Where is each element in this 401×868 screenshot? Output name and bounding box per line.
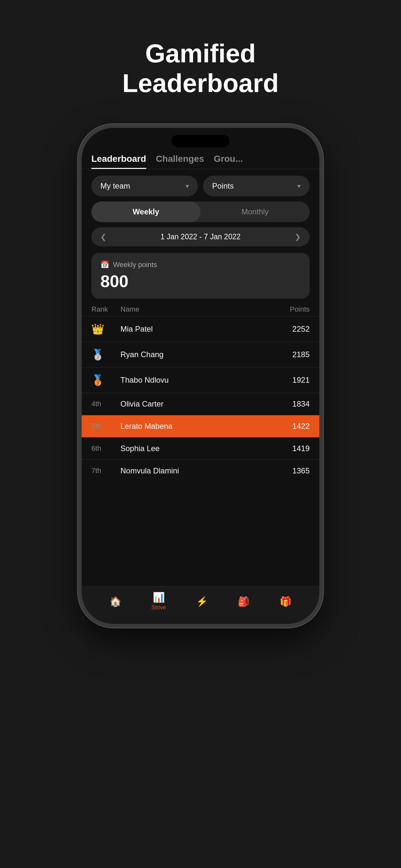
player-4-name: Olivia Carter — [120, 399, 281, 408]
activity-icon: ⚡ — [196, 596, 208, 607]
screen-content: Leaderboard Challenges Grou... My team ▾… — [82, 128, 319, 624]
prev-date-button[interactable]: ❮ — [100, 233, 106, 241]
rank-3-icon: 🥉 — [91, 374, 120, 386]
player-7-name: Nomvula Dlamini — [120, 466, 281, 475]
filter-row: My team ▾ Points ▾ — [82, 176, 319, 196]
tab-challenges[interactable]: Challenges — [156, 154, 204, 169]
rank-1-icon: 👑 — [91, 323, 120, 335]
weekly-points-card: 📅 Weekly points 800 — [91, 253, 310, 299]
rank-7-num: 7th — [91, 467, 120, 475]
points-card-header: 📅 Weekly points — [100, 260, 301, 269]
table-row: 4th Olivia Carter 1834 — [82, 393, 319, 415]
player-6-name: Sophia Lee — [120, 444, 281, 453]
team-filter-dropdown[interactable]: My team ▾ — [91, 176, 198, 196]
bag-icon: 🎒 — [238, 596, 250, 607]
table-row: 6th Sophia Lee 1419 — [82, 437, 319, 460]
strive-label: Strive — [151, 604, 166, 611]
player-4-points: 1834 — [281, 399, 310, 408]
next-date-button[interactable]: ❯ — [295, 233, 301, 241]
rank-4-num: 4th — [91, 400, 120, 408]
gift-icon: 🎁 — [280, 596, 291, 607]
table-row: 🥉 Thabo Ndlovu 1921 — [82, 367, 319, 393]
team-filter-arrow: ▾ — [186, 182, 189, 190]
rank-6-num: 6th — [91, 444, 120, 453]
table-row: 🥈 Ryan Chang 2185 — [82, 342, 319, 367]
nav-tabs: Leaderboard Challenges Grou... — [82, 154, 319, 169]
points-column-header: Points — [281, 305, 310, 314]
weekly-points-value: 800 — [100, 272, 301, 291]
player-1-points: 2252 — [281, 324, 310, 334]
weekly-points-label: Weekly points — [113, 260, 157, 269]
leaderboard-table: 👑 Mia Patel 2252 🥈 Ryan Chang 2185 🥉 Tha… — [82, 316, 319, 586]
player-3-name: Thabo Ndlovu — [120, 376, 281, 384]
rank-5-num: 5th — [91, 422, 120, 430]
weekly-toggle[interactable]: Weekly — [91, 202, 201, 222]
name-column-header: Name — [120, 305, 281, 314]
player-1-name: Mia Patel — [120, 324, 281, 334]
rank-2-icon: 🥈 — [91, 348, 120, 361]
player-3-points: 1921 — [281, 376, 310, 384]
bottom-navigation: 🏠 📊 Strive ⚡ 🎒 🎁 — [82, 586, 319, 624]
phone-mockup: Leaderboard Challenges Grou... My team ▾… — [78, 124, 323, 628]
metric-filter-label: Points — [212, 182, 234, 190]
date-range-text: 1 Jan 2022 - 7 Jan 2022 — [160, 232, 241, 241]
date-range-selector: ❮ 1 Jan 2022 - 7 Jan 2022 ❯ — [91, 227, 310, 246]
period-toggle: Weekly Monthly — [91, 202, 310, 222]
home-icon: 🏠 — [110, 596, 121, 607]
metric-filter-arrow: ▾ — [297, 182, 301, 190]
nav-home[interactable]: 🏠 — [110, 596, 121, 607]
table-row-highlighted: 5th Lerato Mabena 1422 — [82, 415, 319, 437]
player-7-points: 1365 — [281, 466, 310, 475]
nav-strive[interactable]: 📊 Strive — [151, 592, 166, 611]
table-row: 👑 Mia Patel 2252 — [82, 316, 319, 342]
phone-frame: Leaderboard Challenges Grou... My team ▾… — [78, 124, 323, 628]
phone-screen: Leaderboard Challenges Grou... My team ▾… — [82, 128, 319, 624]
table-row: 7th Nomvula Dlamini 1365 — [82, 460, 319, 482]
player-2-name: Ryan Chang — [120, 350, 281, 359]
player-6-points: 1419 — [281, 444, 310, 453]
player-5-name: Lerato Mabena — [120, 422, 281, 431]
monthly-toggle[interactable]: Monthly — [201, 202, 310, 222]
nav-activity[interactable]: ⚡ — [196, 596, 208, 607]
strive-icon: 📊 — [153, 592, 165, 603]
rank-column-header: Rank — [91, 305, 120, 314]
nav-gift[interactable]: 🎁 — [280, 596, 291, 607]
metric-filter-dropdown[interactable]: Points ▾ — [203, 176, 310, 196]
page-title: Gamified Leaderboard — [122, 39, 279, 98]
team-filter-label: My team — [100, 182, 130, 190]
nav-bag[interactable]: 🎒 — [238, 596, 250, 607]
player-5-points: 1422 — [281, 422, 310, 431]
tab-groups[interactable]: Grou... — [214, 154, 243, 169]
table-header: Rank Name Points — [82, 305, 319, 314]
player-2-points: 2185 — [281, 350, 310, 359]
dynamic-island — [172, 135, 229, 147]
tab-leaderboard[interactable]: Leaderboard — [91, 154, 146, 169]
calendar-icon: 📅 — [100, 260, 109, 269]
